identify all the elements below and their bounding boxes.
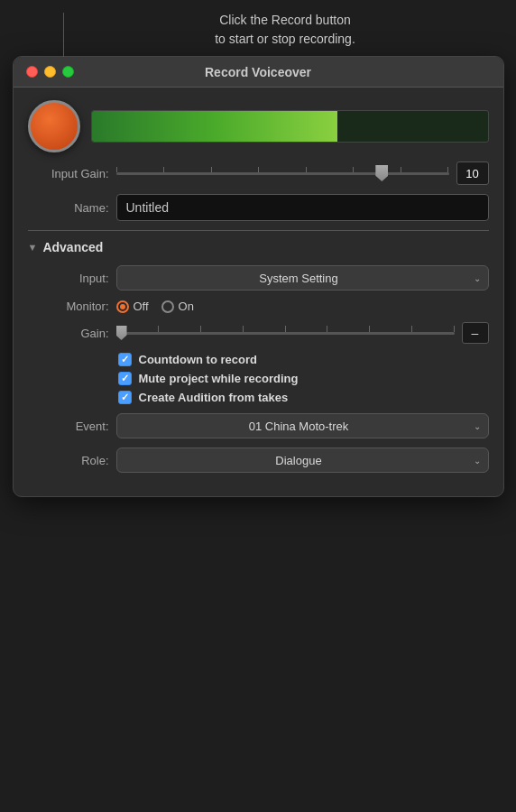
advanced-gain-value: – <box>462 322 489 344</box>
traffic-lights <box>26 66 74 78</box>
input-gain-thumb[interactable] <box>375 165 388 181</box>
tooltip-text: Click the Record button to start or stop… <box>72 11 498 49</box>
monitor-radio-group: Off On <box>116 300 194 313</box>
divider <box>28 230 489 231</box>
checkbox-mute[interactable]: ✓ Mute project while recording <box>28 372 489 385</box>
tooltip-area: Click the Record button to start or stop… <box>0 0 516 56</box>
role-dropdown-arrow-icon: ⌄ <box>474 456 481 466</box>
input-dropdown[interactable]: System Setting ⌄ <box>116 265 489 291</box>
record-row <box>28 100 489 152</box>
gain-slider-ticks <box>116 326 455 332</box>
slider-tick-marks <box>116 167 449 172</box>
maximize-button[interactable] <box>62 66 74 78</box>
advanced-input-label: Input: <box>28 272 109 285</box>
level-meter <box>91 110 489 143</box>
role-dropdown-value: Dialogue <box>124 454 474 467</box>
monitor-label: Monitor: <box>28 300 109 313</box>
name-label: Name: <box>28 201 109 215</box>
countdown-checkmark: ✓ <box>121 355 129 364</box>
monitor-on-radio[interactable]: On <box>161 300 194 313</box>
monitor-off-label: Off <box>134 300 149 313</box>
role-row: Role: Dialogue ⌄ <box>28 448 489 473</box>
advanced-header[interactable]: ▼ Advanced <box>28 240 489 254</box>
window-title: Record Voiceover <box>205 65 311 79</box>
advanced-chevron-icon: ▼ <box>28 242 38 253</box>
event-row: Event: 01 China Moto-trek ⌄ <box>28 413 489 438</box>
checkbox-countdown[interactable]: ✓ Countdown to record <box>28 353 489 366</box>
close-button[interactable] <box>26 66 38 78</box>
advanced-input-row: Input: System Setting ⌄ <box>28 265 489 291</box>
input-dropdown-value: System Setting <box>124 272 474 285</box>
advanced-gain-label: Gain: <box>28 327 109 340</box>
monitor-on-circle <box>161 300 174 313</box>
input-gain-row: Input Gain: 10 <box>28 161 489 185</box>
monitor-row: Monitor: Off On <box>28 300 489 313</box>
minimize-button[interactable] <box>44 66 56 78</box>
advanced-gain-row: Gain: – <box>28 322 489 344</box>
record-button[interactable] <box>28 100 80 152</box>
checkboxes-group: ✓ Countdown to record ✓ Mute project whi… <box>28 353 489 404</box>
input-gain-slider-container <box>116 164 449 182</box>
record-voiceover-window: Record Voiceover Input Gain: <box>13 56 504 497</box>
countdown-checkbox[interactable]: ✓ <box>118 353 132 366</box>
input-gain-slider-track[interactable] <box>116 172 449 175</box>
role-dropdown[interactable]: Dialogue ⌄ <box>116 448 489 473</box>
event-dropdown-arrow-icon: ⌄ <box>474 421 481 431</box>
monitor-on-label: On <box>179 300 194 313</box>
countdown-label: Countdown to record <box>139 353 257 366</box>
tooltip-line <box>63 13 64 58</box>
name-row: Name: <box>28 194 489 221</box>
window-content: Input Gain: 10 <box>14 88 503 496</box>
mute-checkmark: ✓ <box>121 374 129 383</box>
input-gain-label: Input Gain: <box>28 167 109 180</box>
advanced-gain-slider-container <box>116 324 455 342</box>
monitor-off-circle <box>116 300 129 313</box>
audition-checkmark: ✓ <box>121 392 129 402</box>
role-label: Role: <box>28 454 109 467</box>
advanced-gain-track[interactable] <box>116 332 455 335</box>
level-bar <box>92 111 337 142</box>
name-input[interactable] <box>116 194 489 221</box>
mute-checkbox[interactable]: ✓ <box>118 372 132 385</box>
event-dropdown-value: 01 China Moto-trek <box>124 420 474 433</box>
audition-label: Create Audition from takes <box>139 391 289 404</box>
title-bar: Record Voiceover <box>14 57 503 88</box>
input-dropdown-arrow-icon: ⌄ <box>474 273 481 283</box>
advanced-title: Advanced <box>42 240 103 254</box>
mute-label: Mute project while recording <box>139 372 299 385</box>
event-dropdown[interactable]: 01 China Moto-trek ⌄ <box>116 413 489 438</box>
monitor-off-dot <box>120 304 125 309</box>
advanced-gain-thumb[interactable] <box>116 326 127 340</box>
audition-checkbox[interactable]: ✓ <box>118 391 132 404</box>
event-label: Event: <box>28 420 109 433</box>
checkbox-audition[interactable]: ✓ Create Audition from takes <box>28 391 489 404</box>
monitor-off-radio[interactable]: Off <box>116 300 149 313</box>
input-gain-value: 10 <box>456 161 489 185</box>
